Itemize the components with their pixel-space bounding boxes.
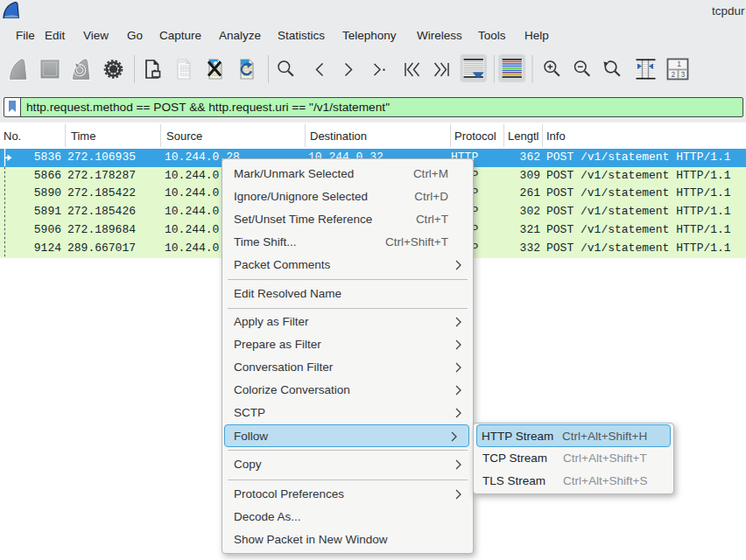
- svg-text:2: 2: [671, 70, 675, 79]
- svg-text:0101: 0101: [180, 73, 190, 77]
- svg-text:3: 3: [680, 70, 685, 79]
- svg-text:1: 1: [677, 60, 681, 68]
